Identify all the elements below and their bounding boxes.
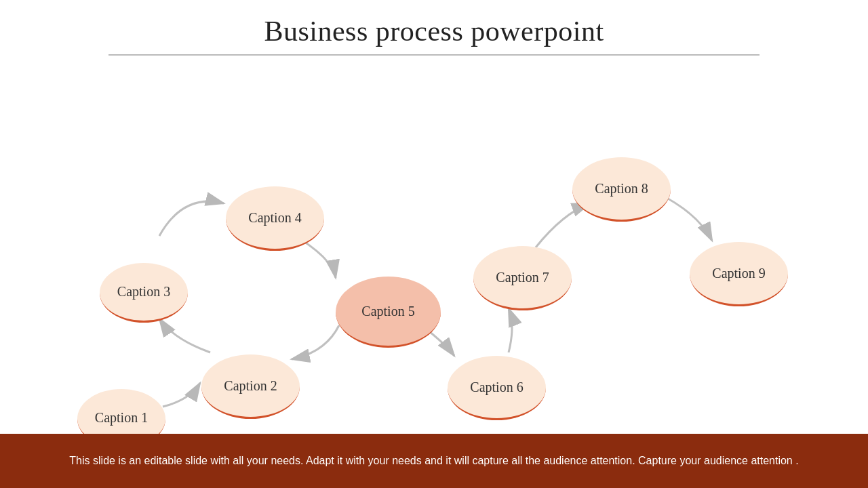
caption2-label: Caption 2 [224,378,277,394]
caption8-oval: Caption 8 [572,157,671,222]
caption4-oval: Caption 4 [226,186,324,251]
caption7-label: Caption 7 [496,270,549,285]
header: Business process powerpoint [0,0,868,56]
caption3-label: Caption 3 [117,284,170,300]
caption1-label: Caption 1 [95,410,148,426]
caption7-oval: Caption 7 [473,246,572,310]
footer: This slide is an editable slide with all… [0,434,868,488]
footer-text: This slide is an editable slide with all… [69,453,798,469]
header-divider [108,54,760,56]
caption4-label: Caption 4 [248,210,301,226]
slide: Business process powerpoint [0,0,868,488]
caption2-oval: Caption 2 [201,354,300,419]
slide-title: Business process powerpoint [0,15,868,47]
caption9-label: Caption 9 [712,266,765,281]
caption6-oval: Caption 6 [448,356,546,420]
caption5-label: Caption 5 [361,304,414,319]
caption6-label: Caption 6 [470,380,523,395]
caption3-oval: Caption 3 [100,263,188,323]
caption9-oval: Caption 9 [690,242,788,306]
caption5-oval: Caption 5 [336,277,441,348]
diagram-area: Caption 1 Caption 2 Caption 3 Caption 4 … [0,61,868,454]
caption8-label: Caption 8 [595,181,648,197]
